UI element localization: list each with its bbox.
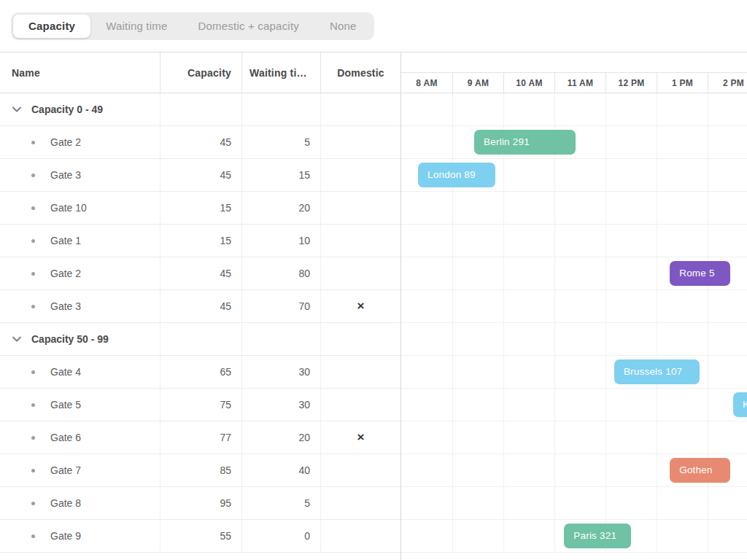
timeline-lane[interactable] (401, 487, 747, 520)
gate-name-cell: Gate 3 (0, 290, 160, 322)
gate-scheduler-app: CapacityWaiting timeDomestic + capacityN… (0, 0, 747, 560)
gate-row[interactable]: Gate 24580 (0, 257, 400, 290)
timeline-lane[interactable]: Brussels 107 (401, 356, 747, 389)
column-header-capacity[interactable]: Capacity (160, 52, 241, 93)
event-bar-paris-321[interactable]: Paris 321 (564, 524, 631, 548)
timeline-lane[interactable]: K (401, 389, 747, 421)
timeline-lane[interactable] (401, 192, 747, 225)
scheduler: Name Capacity Waiting time Domestic Capa… (0, 52, 747, 560)
time-axis-hour-9-am: 9 AM (452, 73, 503, 93)
timeline-lane[interactable] (401, 225, 747, 257)
gate-row[interactable]: Gate 57530 (0, 389, 400, 421)
gate-row[interactable]: Gate 34515 (0, 159, 400, 192)
event-bar-rome-5[interactable]: Rome 5 (670, 261, 730, 286)
domestic-cell (320, 126, 400, 158)
gate-name-cell: Gate 7 (0, 454, 160, 486)
timeline-lane[interactable]: Paris 321 (401, 520, 747, 553)
toolbar: CapacityWaiting timeDomestic + capacityN… (0, 0, 747, 52)
gate-name-cell: Gate 5 (0, 389, 160, 421)
gate-name-cell: Gate 2 (0, 126, 160, 158)
gate-row[interactable]: Gate 34570× (0, 290, 400, 323)
domestic-cell (320, 159, 400, 191)
grid-header: Name Capacity Waiting time Domestic (0, 52, 400, 93)
group-row[interactable]: Capacity 50 - 99 (0, 323, 400, 356)
bullet-icon (31, 141, 35, 144)
bullet-icon (31, 239, 35, 243)
chevron-down-icon[interactable] (11, 104, 23, 115)
domestic-cell (320, 454, 400, 486)
domestic-cell (320, 225, 400, 257)
timeline-lane[interactable] (401, 421, 747, 454)
column-header-domestic[interactable]: Domestic (320, 52, 400, 93)
gate-row[interactable]: Gate 2455 (0, 126, 400, 159)
timeline-lane[interactable]: Berlin 291 (401, 126, 747, 159)
gate-label: Gate 4 (50, 366, 81, 378)
time-axis-top-tier (401, 52, 747, 73)
event-bar-berlin-291[interactable]: Berlin 291 (474, 130, 576, 155)
chevron-down-icon[interactable] (11, 333, 23, 345)
waiting-time-cell: 20 (241, 192, 320, 224)
domestic-x-mark: × (320, 290, 400, 322)
view-switcher: CapacityWaiting timeDomestic + capacityN… (11, 12, 374, 40)
timeline-lane[interactable] (401, 93, 747, 126)
event-bar-brussels-107[interactable]: Brussels 107 (614, 359, 700, 384)
bullet-icon (31, 272, 35, 276)
timeline-lane[interactable] (401, 290, 747, 323)
domestic-cell (320, 257, 400, 289)
waiting-time-cell (241, 93, 320, 125)
timeline-lane[interactable]: Gothen (401, 454, 747, 487)
column-header-waiting-time[interactable]: Waiting time (241, 52, 320, 93)
gate-name-cell: Gate 9 (0, 520, 160, 552)
bullet-icon (31, 436, 35, 440)
waiting-time-cell: 30 (241, 356, 320, 388)
bullet-icon (31, 206, 35, 210)
waiting-time-cell: 0 (241, 520, 320, 552)
group-row[interactable]: Capacity 0 - 49 (0, 93, 400, 126)
grid-rows: Capacity 0 - 49Gate 2455Gate 34515Gate 1… (0, 93, 400, 553)
gate-row[interactable]: Gate 9550 (0, 520, 400, 553)
gate-label: Gate 3 (50, 300, 81, 312)
gate-row[interactable]: Gate 67720× (0, 421, 400, 454)
gate-name-cell: Gate 10 (0, 192, 160, 224)
domestic-cell (320, 192, 400, 224)
timeline-body: Berlin 291London 89Rome 5Brussels 107KGo… (401, 93, 747, 553)
view-option-none[interactable]: None (314, 15, 372, 38)
time-axis-hour-2-pm: 2 PM (708, 73, 747, 93)
gate-label: Gate 9 (50, 530, 81, 542)
event-bar-k[interactable]: K (733, 392, 747, 417)
waiting-time-cell: 20 (241, 421, 320, 454)
capacity-cell: 55 (160, 520, 241, 552)
domestic-cell (320, 93, 400, 125)
grid-pane: Name Capacity Waiting time Domestic Capa… (0, 52, 401, 560)
timeline-lane[interactable]: Rome 5 (401, 257, 747, 290)
capacity-cell (160, 323, 241, 355)
event-bar-gothen[interactable]: Gothen (670, 458, 730, 483)
timeline-pane: 8 AM9 AM10 AM11 AM12 PM1 PM2 PM Berlin 2… (401, 52, 747, 560)
timeline-lane[interactable] (401, 323, 747, 356)
gate-row[interactable]: Gate 8955 (0, 487, 400, 520)
capacity-cell: 75 (160, 389, 241, 421)
gate-name-cell: Gate 2 (0, 257, 160, 289)
time-axis-hour-1-pm: 1 PM (657, 73, 708, 93)
timeline-lane[interactable]: London 89 (401, 159, 747, 192)
group-label: Capacity 0 - 49 (31, 104, 103, 115)
waiting-time-cell: 80 (241, 257, 320, 289)
gate-label: Gate 7 (50, 464, 81, 476)
gate-row[interactable]: Gate 101520 (0, 192, 400, 225)
bullet-icon (31, 534, 35, 538)
column-header-waiting-time-label: Waiting time (249, 67, 310, 79)
capacity-cell: 85 (160, 454, 241, 486)
event-bar-london-89[interactable]: London 89 (418, 163, 495, 187)
group-label: Capacity 50 - 99 (31, 333, 109, 345)
view-option-domestic-capacity[interactable]: Domestic + capacity (183, 15, 314, 38)
domestic-cell (320, 389, 400, 421)
gate-name-cell: Gate 6 (0, 421, 160, 454)
domestic-cell (320, 356, 400, 388)
domestic-x-mark: × (320, 421, 400, 454)
gate-row[interactable]: Gate 46530 (0, 356, 400, 389)
view-option-waiting-time[interactable]: Waiting time (90, 15, 182, 38)
column-header-name[interactable]: Name (0, 52, 160, 93)
gate-row[interactable]: Gate 78540 (0, 454, 400, 487)
view-option-capacity[interactable]: Capacity (13, 15, 90, 38)
gate-row[interactable]: Gate 11510 (0, 225, 400, 257)
